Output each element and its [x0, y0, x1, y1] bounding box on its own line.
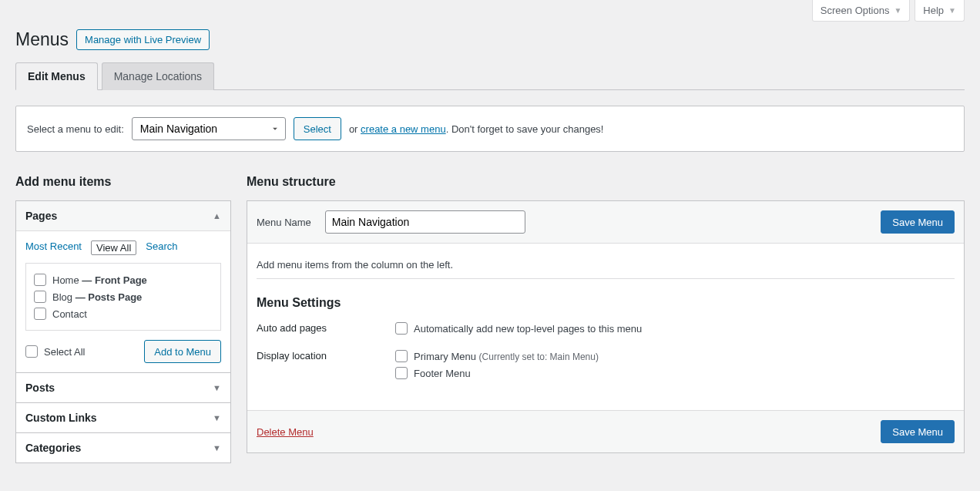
screen-options-label: Screen Options	[821, 5, 890, 16]
help-button[interactable]: Help ▼	[915, 0, 965, 22]
caret-down-icon: ▼	[213, 413, 221, 422]
menu-select-dropdown[interactable]: Main Navigation	[132, 117, 286, 140]
metabox-pages-title: Pages	[25, 210, 57, 222]
metabox-categories-title: Categories	[25, 442, 81, 454]
subtab-view-all[interactable]: View All	[91, 240, 136, 255]
metabox-custom-links-header[interactable]: Custom Links ▼	[16, 403, 230, 432]
metabox-categories: Categories ▼	[15, 433, 231, 463]
menu-settings-title: Menu Settings	[257, 278, 955, 310]
page-checkbox[interactable]	[34, 291, 46, 303]
caret-up-icon: ▲	[213, 211, 221, 220]
page-item[interactable]: Home — Front Page	[34, 271, 213, 288]
select-all-label[interactable]: Select All	[25, 345, 85, 358]
select-or-text: or create a new menu. Don't forget to sa…	[349, 123, 604, 135]
page-checkbox[interactable]	[34, 274, 46, 286]
save-menu-button-bottom[interactable]: Save Menu	[881, 420, 955, 443]
page-checkbox[interactable]	[34, 308, 46, 320]
caret-down-icon: ▼	[213, 383, 221, 392]
menu-name-label: Menu Name	[257, 217, 311, 228]
delete-menu-link[interactable]: Delete Menu	[257, 426, 314, 438]
location-primary[interactable]: Primary Menu (Currently set to: Main Men…	[395, 350, 599, 362]
display-location-label: Display location	[257, 350, 395, 384]
location-footer[interactable]: Footer Menu	[395, 367, 599, 379]
add-to-menu-button[interactable]: Add to Menu	[144, 340, 221, 363]
page-item[interactable]: Contact	[34, 305, 213, 322]
live-preview-button[interactable]: Manage with Live Preview	[76, 29, 210, 50]
help-label: Help	[923, 5, 944, 16]
pages-subtabs: Most Recent View All Search	[25, 240, 221, 255]
select-button[interactable]: Select	[294, 117, 341, 140]
page-header: Menus Manage with Live Preview	[15, 22, 965, 62]
page-item[interactable]: Blog — Posts Page	[34, 288, 213, 305]
location-footer-checkbox[interactable]	[395, 367, 408, 379]
metabox-posts-header[interactable]: Posts ▼	[16, 373, 230, 402]
tab-edit-menus[interactable]: Edit Menus	[15, 62, 98, 90]
save-menu-button-top[interactable]: Save Menu	[881, 210, 955, 234]
tab-manage-locations[interactable]: Manage Locations	[102, 62, 214, 90]
screen-options-button[interactable]: Screen Options ▼	[812, 0, 911, 22]
subtab-most-recent[interactable]: Most Recent	[25, 240, 82, 255]
metabox-pages-header[interactable]: Pages ▲	[16, 201, 230, 230]
top-options-bar: Screen Options ▼ Help ▼	[0, 0, 980, 22]
subtab-search[interactable]: Search	[146, 240, 177, 255]
create-menu-link[interactable]: create a new menu	[361, 123, 446, 135]
metabox-categories-header[interactable]: Categories ▼	[16, 433, 230, 462]
caret-down-icon: ▼	[948, 6, 956, 15]
metabox-posts: Posts ▼	[15, 373, 231, 403]
empty-structure-message: Add menu items from the column on the le…	[257, 259, 955, 271]
pages-list: Home — Front Page Blog — Posts Page Cont…	[25, 263, 221, 331]
caret-down-icon: ▼	[213, 443, 221, 452]
page-title: Menus	[15, 29, 69, 50]
add-items-title: Add menu items	[15, 175, 231, 189]
metabox-custom-links: Custom Links ▼	[15, 403, 231, 433]
metabox-custom-links-title: Custom Links	[25, 412, 97, 424]
nav-tabs: Edit Menus Manage Locations	[15, 62, 965, 90]
caret-down-icon: ▼	[894, 6, 901, 15]
metabox-pages: Pages ▲ Most Recent View All Search Home…	[15, 200, 231, 373]
auto-add-label: Auto add pages	[257, 322, 395, 339]
menu-name-input[interactable]	[325, 210, 525, 234]
location-primary-checkbox[interactable]	[395, 350, 408, 362]
auto-add-option[interactable]: Automatically add new top-level pages to…	[395, 322, 642, 335]
select-menu-label: Select a menu to edit:	[27, 123, 124, 135]
menu-structure-title: Menu structure	[247, 175, 965, 189]
menu-structure-box: Menu Name Save Menu Add menu items from …	[247, 200, 965, 453]
menu-select-bar: Select a menu to edit: Main Navigation S…	[15, 106, 965, 152]
auto-add-checkbox[interactable]	[395, 322, 408, 335]
select-all-checkbox[interactable]	[25, 345, 38, 358]
metabox-posts-title: Posts	[25, 382, 55, 394]
